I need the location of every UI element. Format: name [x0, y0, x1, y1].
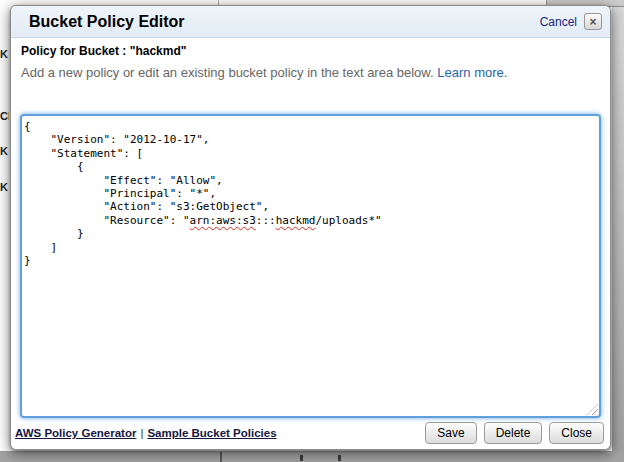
policy-line: }: [24, 227, 593, 240]
background-text-fragment: [338, 455, 341, 461]
footer-buttons: Save Delete Close: [425, 422, 604, 444]
background-page-bottom-strip: [0, 451, 624, 462]
dialog-footer: AWS Policy Generator|Sample Bucket Polic…: [15, 420, 604, 446]
sample-bucket-policies-link[interactable]: Sample Bucket Policies: [147, 427, 276, 439]
background-page-right-strip: [612, 0, 624, 462]
dialog-content: Policy for Bucket : "hackmd" Add a new p…: [11, 44, 610, 418]
background-text-fragment: [300, 455, 303, 461]
footer-links: AWS Policy Generator|Sample Bucket Polic…: [15, 427, 277, 439]
save-button[interactable]: Save: [425, 422, 476, 444]
policy-line: ]: [24, 241, 593, 254]
resource-suffix: /uploads*": [315, 214, 381, 227]
close-button[interactable]: Close: [549, 422, 604, 444]
delete-button[interactable]: Delete: [484, 422, 543, 444]
resource-prefix: "Resource": ": [24, 214, 190, 227]
background-text-fragment: K: [0, 48, 9, 60]
policy-line: {: [24, 120, 593, 133]
policy-line: "Effect": "Allow",: [24, 174, 593, 187]
background-text-fragment: K: [0, 145, 9, 157]
close-icon[interactable]: ×: [584, 13, 602, 30]
policy-bucket-subtitle: Policy for Bucket : "hackmd": [21, 44, 600, 58]
policy-line: "Action": "s3:GetObject",: [24, 200, 593, 213]
misspelled-bucket-text: hackmd: [276, 214, 316, 227]
cancel-link[interactable]: Cancel: [540, 15, 577, 29]
misspelled-arn-text: arn:aws:s3: [190, 214, 256, 227]
learn-more-link[interactable]: Learn more.: [437, 65, 507, 80]
policy-line: "Version": "2012-10-17",: [24, 133, 593, 146]
description-label: Add a new policy or edit an existing buc…: [21, 65, 434, 80]
description-text: Add a new policy or edit an existing buc…: [21, 65, 600, 80]
dialog-title: Bucket Policy Editor: [29, 13, 185, 31]
dialog-title-bar: Bucket Policy Editor Cancel ×: [11, 6, 610, 38]
bucket-policy-editor-dialog: Bucket Policy Editor Cancel × Policy for…: [10, 5, 611, 450]
policy-line-resource: "Resource": "arn:aws:s3:::hackmd/uploads…: [24, 214, 593, 227]
policy-line: {: [24, 160, 593, 173]
background-column-divider: [220, 452, 222, 462]
resource-colons: :::: [256, 214, 276, 227]
policy-line: "Statement": [: [24, 147, 593, 160]
aws-policy-generator-link[interactable]: AWS Policy Generator: [15, 427, 136, 439]
background-text-fragment: CE: [0, 110, 9, 122]
background-text-fragment: K: [0, 181, 9, 193]
link-separator: |: [140, 427, 143, 439]
resize-grip-icon[interactable]: [587, 404, 598, 415]
policy-textarea[interactable]: { "Version": "2012-10-17", "Statement": …: [20, 114, 601, 418]
policy-line: }: [24, 254, 593, 267]
policy-line: "Principal": "*",: [24, 187, 593, 200]
title-bar-actions: Cancel ×: [540, 13, 602, 30]
